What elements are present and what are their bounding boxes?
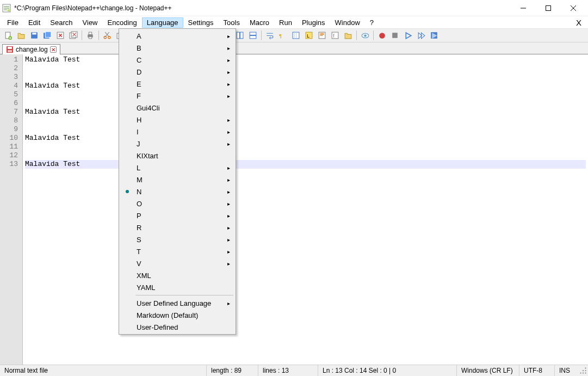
play-multi-icon — [417, 31, 425, 40]
menu-help[interactable]: ? — [365, 17, 379, 28]
lang-item-a[interactable]: A▸ — [120, 30, 234, 42]
lang-item-s[interactable]: S▸ — [120, 233, 234, 245]
lang-item-n[interactable]: N▸ — [120, 186, 234, 198]
tab-changelog[interactable]: change.log ✕ — [2, 44, 60, 54]
close-all-button[interactable] — [67, 29, 79, 41]
code-line[interactable] — [25, 143, 586, 151]
status-encoding: UTF-8 — [519, 365, 555, 376]
code-line[interactable] — [25, 125, 586, 134]
menu-encoding[interactable]: Encoding — [103, 17, 142, 28]
menu-item-label: Markdown (Default) — [137, 311, 198, 319]
code-line[interactable] — [25, 116, 586, 125]
lang-item-l[interactable]: L▸ — [120, 162, 234, 174]
code-line[interactable]: Malavida Test — [25, 160, 586, 169]
lang-item-e[interactable]: E▸ — [120, 78, 234, 90]
menubar-close-button[interactable]: X — [572, 17, 586, 28]
svg-point-18 — [104, 36, 106, 39]
save-all-button[interactable] — [41, 29, 53, 41]
lang-item-f[interactable]: F▸ — [120, 90, 234, 102]
lang-item-t[interactable]: T▸ — [120, 245, 234, 257]
lang-item-yaml[interactable]: YAML — [120, 281, 234, 293]
save-icon — [30, 31, 39, 40]
record-icon — [377, 31, 386, 40]
stop-button[interactable] — [389, 29, 401, 41]
editor-area: 12345678910111213 Malavida TestMalavida … — [0, 54, 588, 365]
maximize-button[interactable] — [536, 0, 561, 16]
menu-search[interactable]: Search — [45, 17, 77, 28]
code-line[interactable]: Malavida Test — [25, 134, 586, 143]
lang-item-user-defined-language[interactable]: User Defined Language▸ — [120, 297, 234, 309]
lang-item-user-defined[interactable]: User-Defined — [120, 321, 234, 333]
play-button[interactable] — [402, 29, 414, 41]
lang-item-v[interactable]: V▸ — [120, 257, 234, 269]
udl-button[interactable]: L — [303, 29, 315, 41]
close-button[interactable] — [54, 29, 66, 41]
lang-item-b[interactable]: B▸ — [120, 42, 234, 54]
code-editor[interactable]: Malavida TestMalavida TestMalavida TestM… — [23, 54, 588, 365]
submenu-arrow-icon: ▸ — [227, 177, 230, 183]
menu-tools[interactable]: Tools — [219, 17, 245, 28]
lang-item-o[interactable]: O▸ — [120, 198, 234, 209]
menu-file[interactable]: File — [2, 17, 23, 28]
menu-window[interactable]: Window — [330, 17, 365, 28]
menu-settings[interactable]: Settings — [183, 17, 219, 28]
code-line[interactable] — [25, 64, 586, 73]
print-button[interactable] — [84, 29, 96, 41]
lang-item-gui4cli[interactable]: Gui4Cli — [120, 102, 234, 114]
menu-edit[interactable]: Edit — [23, 17, 45, 28]
menu-item-label: XML — [137, 272, 151, 280]
wrap-button[interactable] — [264, 29, 276, 41]
save-button[interactable] — [28, 29, 40, 41]
code-line[interactable] — [25, 90, 586, 99]
submenu-arrow-icon: ▸ — [227, 69, 230, 75]
lang-item-kixtart[interactable]: KIXtart — [120, 150, 234, 162]
line-number: 7 — [0, 108, 22, 116]
save-macro-button[interactable] — [428, 29, 440, 41]
new-file-button[interactable] — [2, 29, 14, 41]
lang-item-markdown-default-[interactable]: Markdown (Default) — [120, 309, 234, 321]
lang-item-m[interactable]: M▸ — [120, 174, 234, 186]
record-button[interactable] — [376, 29, 388, 41]
code-line[interactable] — [25, 99, 586, 108]
indent-guide-icon — [292, 31, 300, 40]
menu-run[interactable]: Run — [274, 17, 297, 28]
lang-item-d[interactable]: D▸ — [120, 66, 234, 78]
func-list-button[interactable]: f — [329, 29, 341, 41]
doc-map-button[interactable] — [316, 29, 328, 41]
menu-view[interactable]: View — [78, 17, 103, 28]
code-line[interactable]: Malavida Test — [25, 108, 586, 116]
line-number: 6 — [0, 99, 22, 108]
lang-item-p[interactable]: P▸ — [120, 209, 234, 221]
sync-h-button[interactable] — [247, 29, 259, 41]
monitor-button[interactable] — [359, 29, 371, 41]
menu-macro[interactable]: Macro — [245, 17, 274, 28]
resize-grip-icon[interactable] — [578, 366, 588, 375]
lang-item-c[interactable]: C▸ — [120, 54, 234, 66]
cut-button[interactable] — [101, 29, 113, 41]
code-line[interactable] — [25, 151, 586, 160]
menu-language[interactable]: Language — [142, 17, 183, 28]
lang-item-i[interactable]: I▸ — [120, 126, 234, 138]
menu-plugins[interactable]: Plugins — [297, 17, 330, 28]
code-line[interactable] — [25, 73, 586, 82]
lang-item-h[interactable]: H▸ — [120, 114, 234, 126]
lang-item-j[interactable]: J▸ — [120, 138, 234, 150]
submenu-arrow-icon: ▸ — [227, 81, 230, 87]
close-button[interactable] — [561, 0, 586, 16]
lang-item-r[interactable]: R▸ — [120, 221, 234, 233]
svg-text:L: L — [307, 33, 310, 39]
play-multi-button[interactable] — [415, 29, 427, 41]
show-all-button[interactable]: ¶ — [277, 29, 289, 41]
minimize-button[interactable] — [511, 0, 536, 16]
code-line[interactable]: Malavida Test — [25, 82, 586, 90]
code-line[interactable]: Malavida Test — [25, 56, 586, 64]
folder-button[interactable] — [342, 29, 354, 41]
doc-map-icon — [318, 31, 326, 40]
line-number: 9 — [0, 125, 22, 134]
tab-close-icon[interactable]: ✕ — [50, 46, 57, 53]
indent-guide-button[interactable] — [290, 29, 302, 41]
open-button[interactable] — [15, 29, 27, 41]
svg-rect-28 — [237, 32, 239, 39]
menu-item-label: I — [137, 128, 139, 136]
lang-item-xml[interactable]: XML — [120, 269, 234, 281]
